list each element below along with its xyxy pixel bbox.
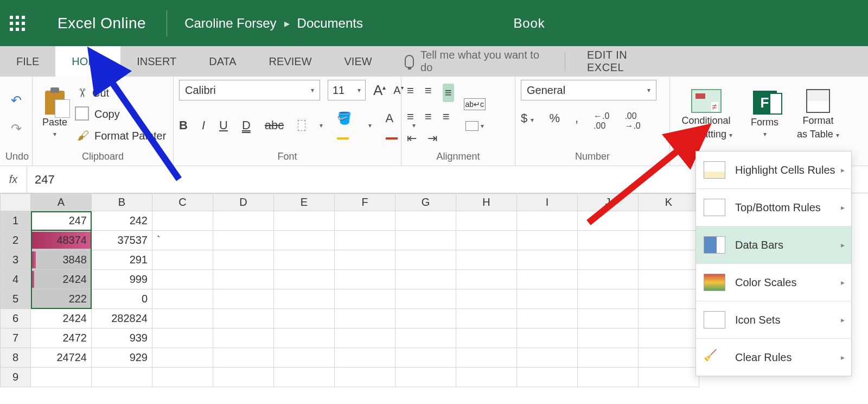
cell-D9[interactable] (213, 368, 274, 387)
column-header-E[interactable]: E (274, 194, 335, 211)
comma-button[interactable]: , (575, 111, 578, 131)
paste-button[interactable]: Paste ▾ (38, 89, 72, 140)
cell-J5[interactable] (578, 289, 639, 309)
cell-C6[interactable] (152, 309, 213, 329)
cell-K4[interactable] (639, 270, 699, 289)
decrease-indent-button[interactable]: ⇤ (407, 131, 417, 146)
cf-menu-data-bars[interactable]: Data Bars▸ (696, 226, 851, 263)
cell-J9[interactable] (578, 368, 639, 387)
cell-H1[interactable] (456, 211, 517, 231)
tab-home[interactable]: HOME (55, 46, 120, 77)
cell-K6[interactable] (639, 309, 699, 329)
cell-E2[interactable] (274, 231, 335, 250)
fill-color-button[interactable]: 🪣 (337, 111, 354, 140)
column-header-F[interactable]: F (335, 194, 395, 211)
cell-J7[interactable] (578, 329, 639, 348)
underline-button[interactable]: U (219, 118, 228, 132)
currency-button[interactable]: $ ▾ (521, 111, 534, 131)
cell-G2[interactable] (395, 231, 456, 250)
cell-H4[interactable] (456, 270, 517, 289)
redo-button[interactable]: ↷ (11, 121, 22, 136)
cell-B6[interactable]: 282824 (92, 309, 152, 329)
forms-button[interactable]: F Forms ▾ (746, 89, 783, 140)
cell-C8[interactable] (152, 348, 213, 368)
cell-K2[interactable] (639, 231, 699, 250)
row-header-3[interactable]: 3 (1, 250, 31, 270)
number-format-select[interactable]: General▾ (521, 80, 656, 100)
cell-H8[interactable] (456, 348, 517, 368)
cell-E9[interactable] (274, 368, 335, 387)
cell-B2[interactable]: 37537 (92, 231, 152, 250)
cell-A6[interactable]: 2424 (31, 309, 92, 329)
column-header-A[interactable]: A (31, 194, 92, 211)
cell-G5[interactable] (395, 289, 456, 309)
cell-K1[interactable] (639, 211, 699, 231)
cell-I7[interactable] (517, 329, 578, 348)
cell-G7[interactable] (395, 329, 456, 348)
cell-J4[interactable] (578, 270, 639, 289)
breadcrumb-user[interactable]: Caroline Forsey (184, 16, 276, 31)
row-header-1[interactable]: 1 (1, 211, 31, 231)
double-underline-button[interactable]: D (242, 118, 251, 132)
cf-menu-color-scales[interactable]: Color Scales▸ (696, 264, 851, 301)
cell-E8[interactable] (274, 348, 335, 368)
cell-A5[interactable]: 222 (31, 289, 92, 309)
align-middle-button[interactable]: ≡ (425, 84, 432, 102)
undo-button[interactable]: ↶ (11, 93, 22, 108)
cell-K8[interactable] (639, 348, 699, 368)
cell-A8[interactable]: 24724 (31, 348, 92, 368)
cell-B9[interactable] (92, 368, 152, 387)
row-header-2[interactable]: 2 (1, 231, 31, 250)
copy-button[interactable]: Copy (77, 108, 166, 121)
align-bottom-button[interactable]: ≡ (443, 84, 454, 102)
edit-in-excel-button[interactable]: EDIT IN EXCEL (565, 46, 686, 77)
cell-F3[interactable] (335, 250, 395, 270)
column-header-B[interactable]: B (92, 194, 152, 211)
cell-E7[interactable] (274, 329, 335, 348)
cell-I3[interactable] (517, 250, 578, 270)
select-all-corner[interactable] (1, 194, 31, 211)
chevron-down-icon[interactable]: ▾ (368, 122, 372, 129)
cell-K5[interactable] (639, 289, 699, 309)
chevron-down-icon[interactable]: ▾ (320, 122, 323, 129)
row-header-4[interactable]: 4 (1, 270, 31, 289)
percent-button[interactable]: % (549, 111, 560, 131)
align-top-button[interactable]: ≡ (407, 84, 414, 102)
cf-menu-highlight-cells[interactable]: Highlight Cells Rules▸ (696, 152, 851, 188)
breadcrumb-location[interactable]: Documents (297, 16, 363, 31)
row-header-5[interactable]: 5 (1, 289, 31, 309)
column-header-J[interactable]: J (578, 194, 639, 211)
cell-C7[interactable] (152, 329, 213, 348)
column-header-G[interactable]: G (395, 194, 456, 211)
cell-A2[interactable]: 48374 (31, 231, 92, 250)
cell-F8[interactable] (335, 348, 395, 368)
cell-G6[interactable] (395, 309, 456, 329)
cell-I1[interactable] (517, 211, 578, 231)
cell-D5[interactable] (213, 289, 274, 309)
cell-D2[interactable] (213, 231, 274, 250)
cell-J8[interactable] (578, 348, 639, 368)
bold-button[interactable]: B (179, 118, 188, 132)
cell-G1[interactable] (395, 211, 456, 231)
borders-button[interactable] (298, 120, 305, 131)
cell-A4[interactable]: 2424 (31, 270, 92, 289)
format-painter-button[interactable]: 🖌Format Painter (77, 129, 166, 143)
increase-decimal-button[interactable]: ←.0.00 (593, 111, 609, 131)
cell-B5[interactable]: 0 (92, 289, 152, 309)
cell-J6[interactable] (578, 309, 639, 329)
cell-D6[interactable] (213, 309, 274, 329)
font-family-select[interactable]: Calibri▾ (179, 80, 320, 100)
cell-C5[interactable] (152, 289, 213, 309)
cell-B3[interactable]: 291 (92, 250, 152, 270)
cell-E4[interactable] (274, 270, 335, 289)
cf-menu-clear-rules[interactable]: 🧹Clear Rules▸ (696, 339, 851, 376)
cell-B8[interactable]: 929 (92, 348, 152, 368)
cell-A1[interactable]: 247 (31, 211, 92, 231)
fx-label[interactable]: fx (0, 166, 27, 193)
cell-F9[interactable] (335, 368, 395, 387)
cell-C1[interactable] (152, 211, 213, 231)
cell-G9[interactable] (395, 368, 456, 387)
cell-F6[interactable] (335, 309, 395, 329)
row-header-8[interactable]: 8 (1, 348, 31, 368)
cell-F7[interactable] (335, 329, 395, 348)
